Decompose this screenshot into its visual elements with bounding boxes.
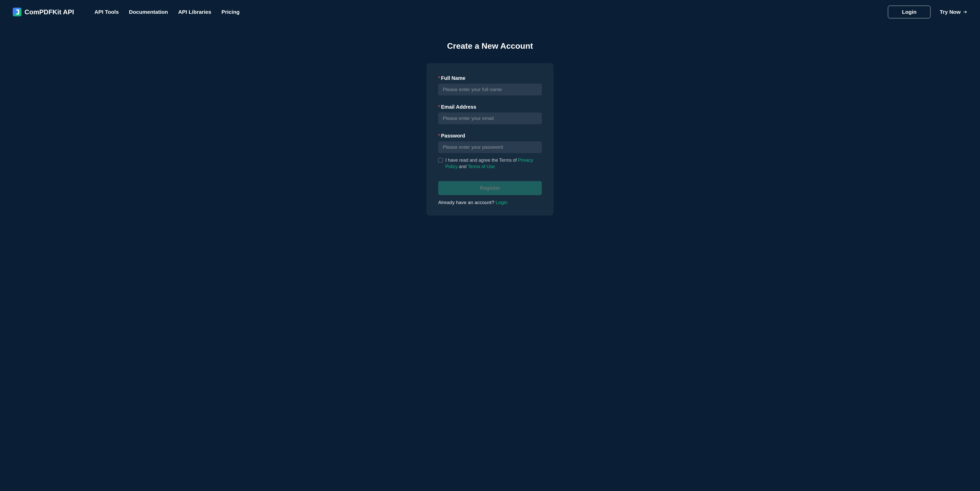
nav-api-libraries[interactable]: API Libraries — [178, 9, 211, 15]
try-now-button[interactable]: Try Now — [940, 9, 967, 15]
nav-api-tools[interactable]: API Tools — [94, 9, 119, 15]
try-now-label: Try Now — [940, 9, 961, 15]
full-name-label: * Full Name — [438, 75, 542, 81]
required-asterisk-icon: * — [438, 104, 440, 110]
terms-of-use-link[interactable]: Terms of Use — [468, 164, 495, 169]
brand-name: ComPDFKit API — [24, 8, 74, 16]
required-asterisk-icon: * — [438, 76, 440, 81]
terms-prefix: I have read and agree the Terms of — [445, 157, 518, 163]
login-prompt: Already have an account? Login — [438, 200, 542, 205]
terms-checkbox[interactable] — [438, 158, 443, 162]
header: ComPDFKit API API Tools Documentation AP… — [0, 0, 980, 24]
login-link[interactable]: Login — [496, 200, 508, 205]
header-actions: Login Try Now — [888, 6, 967, 18]
nav-menu: API Tools Documentation API Libraries Pr… — [94, 9, 240, 15]
full-name-input[interactable] — [438, 84, 542, 95]
terms-and: and — [458, 164, 468, 169]
brand-logo-icon — [13, 8, 21, 16]
terms-label: I have read and agree the Terms of Priva… — [445, 157, 542, 170]
signup-form-card: * Full Name * Email Address * Password — [426, 63, 554, 216]
form-group-password: * Password — [438, 133, 542, 153]
login-prompt-text: Already have an account? — [438, 200, 496, 205]
register-button[interactable]: Register — [438, 181, 542, 195]
full-name-label-text: Full Name — [441, 75, 466, 81]
nav-documentation[interactable]: Documentation — [129, 9, 168, 15]
terms-checkbox-row: I have read and agree the Terms of Priva… — [438, 157, 542, 170]
password-input[interactable] — [438, 141, 542, 153]
email-label-text: Email Address — [441, 104, 476, 110]
nav-pricing[interactable]: Pricing — [221, 9, 240, 15]
logo-section[interactable]: ComPDFKit API — [13, 8, 74, 16]
password-label-text: Password — [441, 133, 465, 139]
form-group-email: * Email Address — [438, 104, 542, 124]
login-button[interactable]: Login — [888, 6, 931, 18]
page-title: Create a New Account — [447, 41, 533, 51]
main-content: Create a New Account * Full Name * Email… — [0, 24, 980, 216]
email-label: * Email Address — [438, 104, 542, 110]
email-input[interactable] — [438, 113, 542, 124]
password-label: * Password — [438, 133, 542, 139]
required-asterisk-icon: * — [438, 133, 440, 138]
form-group-full-name: * Full Name — [438, 75, 542, 95]
arrow-right-icon — [963, 10, 967, 14]
